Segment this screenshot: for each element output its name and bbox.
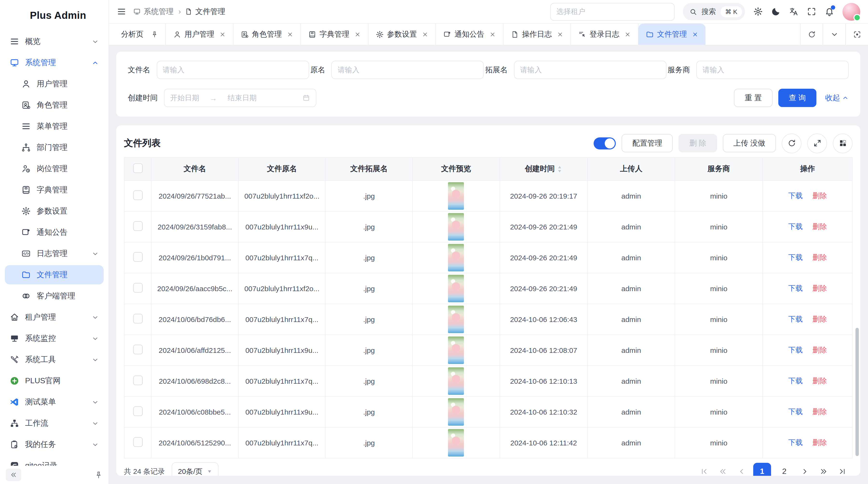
row-checkbox[interactable] [133, 437, 143, 447]
sidebar-item[interactable]: 租户管理 [5, 308, 104, 327]
download-link[interactable]: 下载 [788, 253, 803, 261]
notifications-button[interactable] [825, 7, 834, 17]
download-link[interactable]: 下载 [788, 191, 803, 200]
download-link[interactable]: 下载 [788, 407, 803, 416]
close-tab-icon[interactable] [624, 31, 630, 37]
delete-link[interactable]: 删除 [812, 284, 827, 292]
sidebar-item[interactable]: 测试菜单 [5, 392, 104, 412]
column-header[interactable]: 上传人 [588, 157, 675, 181]
provider-input[interactable]: 请输入 [696, 61, 849, 79]
close-tab-icon[interactable] [422, 31, 428, 37]
sidebar-item[interactable]: 字典管理 [5, 180, 104, 200]
tab[interactable]: 文件管理 [638, 24, 705, 45]
close-tab-icon[interactable] [219, 31, 225, 37]
breadcrumb-item[interactable]: 系统管理 [133, 6, 174, 17]
menu-toggle-icon[interactable] [117, 7, 126, 17]
sidebar-item[interactable]: 用户管理 [5, 74, 104, 94]
delete-link[interactable]: 删除 [812, 407, 827, 416]
sidebar-item[interactable]: 概览 [5, 32, 104, 51]
page-number-button[interactable]: 1 [753, 462, 771, 476]
download-link[interactable]: 下载 [788, 284, 803, 292]
sidebar-item[interactable]: 系统工具 [5, 350, 104, 369]
tab[interactable]: 操作日志 [503, 24, 571, 45]
search-button[interactable]: 查 询 [778, 89, 816, 107]
sidebar-pin-icon[interactable] [94, 471, 103, 479]
last-page-button[interactable] [835, 464, 850, 476]
language-translate-icon[interactable] [789, 7, 799, 17]
breadcrumb-item[interactable]: › 文件管理 [178, 6, 225, 17]
sidebar-item[interactable]: 部门管理 [5, 138, 104, 157]
close-tab-icon[interactable] [287, 31, 293, 37]
tab[interactable]: 分析页 [114, 24, 166, 45]
date-range-input[interactable]: 开始日期 → 结束日期 [164, 89, 316, 107]
download-link[interactable]: 下载 [788, 222, 803, 230]
tenant-select[interactable]: 选择租户 [550, 3, 674, 21]
sidebar-item[interactable]: 岗位管理 [5, 159, 104, 179]
tab[interactable]: 登录日志 [571, 24, 638, 45]
toggle-switch[interactable] [594, 137, 616, 149]
close-tab-icon[interactable] [692, 31, 698, 37]
tab[interactable]: 参数设置 [368, 24, 436, 45]
reset-button[interactable]: 重 置 [734, 89, 773, 107]
sidebar-item[interactable]: 我的任务 [5, 435, 104, 454]
sidebar-item[interactable]: 文件管理 [5, 265, 104, 284]
tab[interactable]: 用户管理 [166, 24, 233, 45]
sidebar-item[interactable]: 通知公告 [5, 223, 104, 242]
row-checkbox[interactable] [133, 190, 143, 200]
config-management-button[interactable]: 配置管理 [622, 134, 673, 152]
pin-icon[interactable] [151, 31, 158, 38]
refresh-page-button[interactable] [800, 24, 823, 45]
delete-link[interactable]: 删除 [812, 438, 827, 446]
upload-button[interactable]: 上传 没做 [723, 134, 776, 152]
row-checkbox[interactable] [133, 376, 143, 385]
file-preview-image[interactable] [448, 182, 464, 210]
tab[interactable]: 字典管理 [301, 24, 368, 45]
table-scrollbar-thumb[interactable] [856, 328, 859, 456]
delete-link[interactable]: 删除 [812, 222, 827, 230]
first-page-button[interactable] [697, 464, 711, 476]
sidebar-item[interactable]: 系统监控 [5, 329, 104, 348]
download-link[interactable]: 下载 [788, 346, 803, 354]
sidebar-item[interactable]: 工作流 [5, 414, 104, 433]
sidebar-item[interactable]: 菜单管理 [5, 117, 104, 136]
download-link[interactable]: 下载 [788, 438, 803, 446]
file-preview-image[interactable] [448, 275, 464, 302]
delete-link[interactable]: 删除 [812, 346, 827, 354]
column-header[interactable]: 服务商 [675, 157, 763, 181]
file-preview-image[interactable] [448, 367, 464, 395]
column-header[interactable]: 文件名 [151, 157, 238, 181]
close-tab-icon[interactable] [557, 31, 563, 37]
row-checkbox[interactable] [133, 314, 143, 323]
delete-link[interactable]: 删除 [812, 315, 827, 323]
previous-page-button[interactable] [735, 464, 749, 476]
file-preview-image[interactable] [448, 429, 464, 456]
row-checkbox[interactable] [133, 283, 143, 293]
sidebar-item[interactable]: 系统管理 [5, 53, 104, 72]
page-size-select[interactable]: 20条/页 [172, 462, 218, 476]
app-logo[interactable]: Plus Admin [0, 0, 108, 31]
user-avatar[interactable] [842, 3, 860, 21]
select-all-checkbox[interactable] [133, 163, 143, 173]
sidebar-item[interactable]: 参数设置 [5, 201, 104, 221]
file-preview-image[interactable] [448, 336, 464, 364]
expand-table-button[interactable] [807, 133, 827, 153]
row-checkbox[interactable] [133, 345, 143, 354]
row-checkbox[interactable] [133, 221, 143, 231]
column-settings-button[interactable] [833, 133, 852, 153]
global-search[interactable]: 搜索 ⌘ K [683, 3, 745, 20]
fullscreen-icon[interactable] [807, 7, 816, 17]
column-header[interactable]: 文件预览 [412, 157, 500, 181]
file-preview-image[interactable] [448, 244, 464, 271]
collapse-filter-link[interactable]: 收起 [825, 93, 849, 103]
sidebar-item[interactable]: 客户端管理 [5, 286, 104, 305]
file-preview-image[interactable] [448, 213, 464, 240]
column-header[interactable]: 操作 [763, 157, 852, 181]
tabs-menu-button[interactable] [823, 24, 845, 45]
jump-forward-button[interactable] [816, 464, 831, 476]
close-tab-icon[interactable] [354, 31, 361, 37]
settings-gear-icon[interactable] [753, 7, 763, 17]
row-checkbox[interactable] [133, 252, 143, 262]
sidebar-item[interactable]: 日志管理 [5, 244, 104, 263]
original-name-input[interactable]: 请输入 [332, 61, 484, 79]
extension-input[interactable]: 请输入 [514, 61, 666, 79]
